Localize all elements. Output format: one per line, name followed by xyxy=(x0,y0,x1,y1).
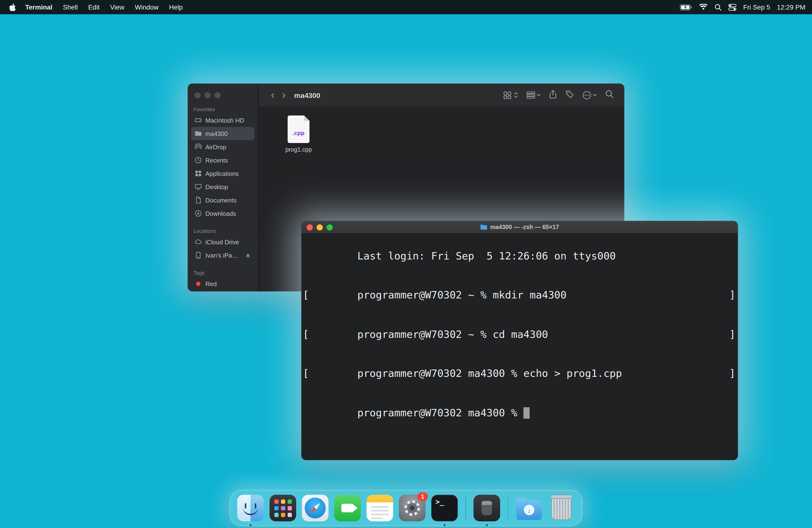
dock-item-safari[interactable] xyxy=(301,494,329,522)
terminal-title: ma4300 — -zsh — 65×17 xyxy=(480,224,559,231)
control-center-icon[interactable] xyxy=(728,3,737,11)
sidebar-header-locations: Locations xyxy=(188,227,258,235)
terminal-icon: >_ xyxy=(431,495,458,521)
menu-help[interactable]: Help xyxy=(164,3,188,11)
sidebar-item-applications[interactable]: Applications xyxy=(191,167,254,180)
menu-shell[interactable]: Shell xyxy=(58,3,83,11)
sidebar-item-downloads[interactable]: Downloads xyxy=(191,207,254,220)
cloud-icon xyxy=(194,238,202,246)
terminal-line: [programmer@W70302 ~ % cd ma4300] xyxy=(308,314,735,354)
terminal-window[interactable]: ma4300 — -zsh — 65×17 Last login: Fri Se… xyxy=(301,221,738,460)
tags-button[interactable] xyxy=(565,90,574,100)
terminal-title-text: ma4300 — -zsh — 65×17 xyxy=(490,224,559,231)
finder-window-title: ma4300 xyxy=(294,91,320,99)
tag-icon xyxy=(565,90,574,98)
dock-item-system-settings[interactable]: 1 xyxy=(398,494,426,522)
sidebar-item-label: Ivan's iPa… xyxy=(205,252,238,259)
terminal-traffic-lights xyxy=(307,224,333,231)
desktop-icon xyxy=(194,183,202,191)
dock-separator xyxy=(465,496,466,520)
share-button[interactable] xyxy=(549,90,557,101)
battery-icon[interactable] xyxy=(680,4,693,10)
view-selector-button[interactable] xyxy=(504,91,518,99)
zoom-button[interactable] xyxy=(214,92,221,98)
menu-bar: Terminal Shell Edit View Window Help Fri… xyxy=(0,0,812,14)
close-button[interactable] xyxy=(307,224,313,231)
spotlight-icon[interactable] xyxy=(715,3,722,11)
dock-item-launchpad[interactable] xyxy=(269,494,297,522)
close-button[interactable] xyxy=(194,92,201,98)
clock-icon xyxy=(194,156,202,164)
minimize-button[interactable] xyxy=(204,92,211,98)
file-extension-badge: .cpp xyxy=(288,130,309,136)
running-indicator xyxy=(250,524,251,526)
terminal-titlebar[interactable]: ma4300 — -zsh — 65×17 xyxy=(301,221,738,234)
more-actions-button[interactable] xyxy=(582,90,597,100)
sidebar-header-tags: Tags xyxy=(188,268,258,277)
sidebar-item-ivans-ipad[interactable]: Ivan's iPa… xyxy=(191,249,254,262)
ipad-icon xyxy=(194,251,202,259)
gear-icon xyxy=(403,499,422,517)
cpp-file-icon: .cpp xyxy=(288,116,309,143)
sidebar-item-ma4300[interactable]: ma4300 xyxy=(191,127,254,140)
eject-icon[interactable] xyxy=(245,252,251,258)
dock-item-facetime[interactable] xyxy=(334,494,361,522)
dock-item-finder[interactable] xyxy=(237,494,264,522)
applications-icon xyxy=(194,170,202,177)
running-indicator xyxy=(444,524,446,526)
dock-separator xyxy=(508,496,508,520)
drive-icon xyxy=(194,116,202,124)
sidebar-item-desktop[interactable]: Desktop xyxy=(191,180,254,193)
menubar-time[interactable]: 12:29 PM xyxy=(777,3,805,11)
command-mark-open: [ xyxy=(303,328,309,341)
finder-toolbar: ‹ › ma4300 xyxy=(259,84,624,107)
menubar-app-name[interactable]: Terminal xyxy=(20,3,57,11)
zoom-button[interactable] xyxy=(327,224,333,231)
folder-icon xyxy=(480,224,487,230)
terminal-line: Last login: Fri Sep 5 12:26:06 on ttys00… xyxy=(308,236,735,275)
wifi-icon[interactable] xyxy=(699,4,708,11)
minimize-button[interactable] xyxy=(317,224,323,231)
sidebar-item-icloud-drive[interactable]: iCloud Drive xyxy=(191,235,254,249)
sidebar-item-label: Applications xyxy=(205,170,239,177)
terminal-output[interactable]: Last login: Fri Sep 5 12:26:06 on ttys00… xyxy=(301,234,738,460)
airdrop-icon xyxy=(194,143,202,151)
menubar-date[interactable]: Fri Sep 5 xyxy=(743,3,770,11)
terminal-cursor xyxy=(523,407,530,419)
dock-item-trash[interactable] xyxy=(548,494,575,522)
back-button[interactable]: ‹ xyxy=(271,89,275,101)
sidebar-item-documents[interactable]: Documents xyxy=(191,193,254,207)
command-mark-close: ] xyxy=(729,289,736,302)
safari-icon xyxy=(302,495,329,521)
file-prog1-cpp[interactable]: .cpp prog1.cpp xyxy=(276,116,321,153)
group-icon xyxy=(526,91,535,99)
menu-view[interactable]: View xyxy=(105,3,129,11)
sidebar-item-airdrop[interactable]: AirDrop xyxy=(191,140,254,153)
sidebar-item-tag-red[interactable]: Red xyxy=(191,277,254,290)
group-by-button[interactable] xyxy=(526,91,540,99)
dock-item-recent-app[interactable] xyxy=(473,494,501,522)
apple-icon xyxy=(10,3,17,11)
dock-item-downloads[interactable]: ↓ xyxy=(515,494,543,522)
dock-item-terminal[interactable]: >_ xyxy=(431,494,458,522)
apple-menu[interactable] xyxy=(7,3,19,11)
sidebar-section-locations: Locations iCloud Drive Ivan's iPa… xyxy=(188,227,258,262)
sidebar-item-label: Documents xyxy=(205,196,237,204)
recent-app-icon xyxy=(474,495,500,521)
sidebar-item-label: iCloud Drive xyxy=(205,238,239,246)
command-mark-open: [ xyxy=(303,289,309,302)
menu-edit[interactable]: Edit xyxy=(84,3,104,11)
sidebar-section-tags: Tags Red xyxy=(188,268,258,290)
launchpad-icon xyxy=(270,495,296,521)
sidebar-item-recents[interactable]: Recents xyxy=(191,153,254,167)
search-button[interactable] xyxy=(605,90,614,100)
sidebar-section-favorites: Favorites Macintosh HD ma4300 AirDrop Re… xyxy=(188,105,258,220)
terminal-line: [programmer@W70302 ~ % mkdir ma4300] xyxy=(308,275,735,314)
menu-window[interactable]: Window xyxy=(130,3,163,11)
forward-button[interactable]: › xyxy=(282,89,286,101)
file-name-label: prog1.cpp xyxy=(285,146,311,153)
sidebar-item-macintosh-hd[interactable]: Macintosh HD xyxy=(191,114,254,127)
sidebar-item-label: AirDrop xyxy=(205,143,226,150)
dock-item-notes[interactable] xyxy=(366,494,394,522)
chevron-down-icon xyxy=(593,93,597,97)
